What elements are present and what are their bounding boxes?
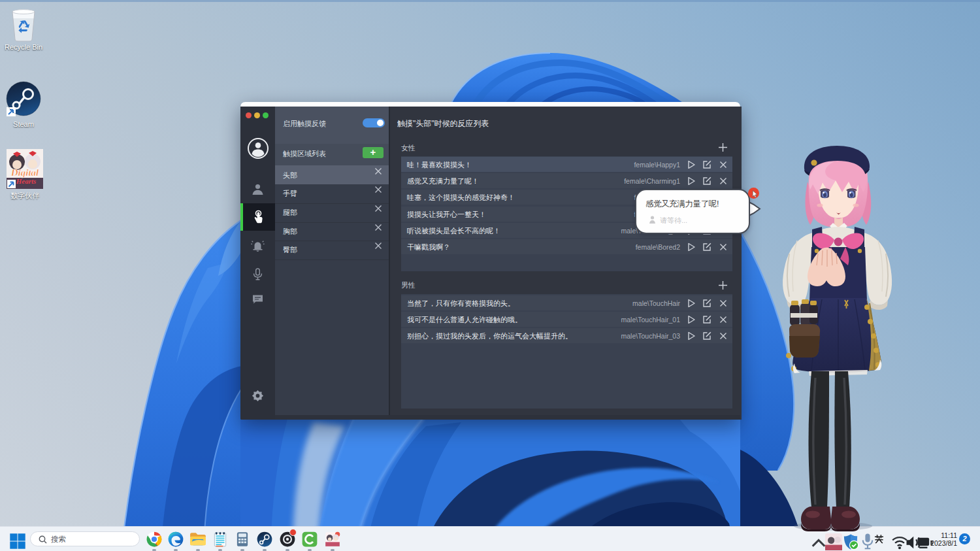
svg-text:Digital: Digital (10, 167, 39, 178)
svg-text:Hearts: Hearts (16, 177, 37, 185)
